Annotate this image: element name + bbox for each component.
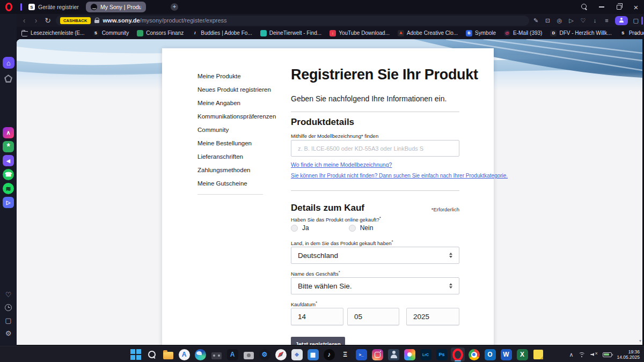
tray-clock[interactable]: 19:36 14.05.2025 [617,349,640,360]
word-icon[interactable]: W [499,348,513,361]
cashback-badge[interactable]: CASHBACK [60,17,91,24]
close-button[interactable]: × [631,2,641,12]
favorite-icon[interactable]: ♡ [580,16,587,25]
country-select[interactable]: Deutschland [291,247,459,264]
sidebar-home-button[interactable]: ⌂ [3,57,14,69]
windows-start-icon[interactable] [129,348,143,361]
bookmark-consors-finanz[interactable]: Consors Finanz [137,30,184,36]
history-clock-icon[interactable] [3,302,14,312]
outlook-icon[interactable]: O [483,348,497,361]
chrome-search-icon[interactable] [580,2,589,12]
purchase-month-input[interactable]: 05 [347,308,399,326]
restore-button[interactable] [614,2,624,12]
bookmark-buddies-adobe[interactable]: / Buddies | Adobe Fo... [192,30,252,36]
minimize-button[interactable] [597,2,606,12]
purchase-year-input[interactable]: 2025 [406,308,459,326]
extensions-box-icon[interactable]: ▢ [3,315,14,325]
target-icon[interactable]: ◎ [556,16,563,25]
side-nav-link[interactable]: Neues Produkt registrieren [197,83,289,97]
find-model-link[interactable]: Wo finde ich meine Modellbezeichnung? [291,161,392,168]
volume-muted-icon[interactable] [590,352,598,357]
side-nav-link[interactable]: Kommunikationspräferenzen [197,110,289,123]
sidebar-speeddial-icon[interactable] [4,75,12,83]
bookmark-youtube-download[interactable]: ↓ YouTube Download... [330,30,390,36]
battery-icon[interactable] [603,352,612,357]
camera-app-icon[interactable] [241,348,255,361]
bookmarks-overflow-chevron[interactable]: » [634,30,638,36]
bookmark-symbole[interactable]: B Symbole [466,30,496,36]
photoshop-icon[interactable]: Ps [435,348,449,361]
edge-icon[interactable] [193,348,207,361]
sticky-notes-icon[interactable] [531,348,545,361]
store-select[interactable]: Bitte wählen Sie. [291,277,459,294]
side-nav-link[interactable]: Zahlungsmethoden [197,164,289,177]
tab-my-sony[interactable]: My Sony | Produkt registri [86,2,146,12]
side-nav-link[interactable]: Meine Gutscheine [197,177,289,190]
menu-icon[interactable]: ≡ [603,16,610,25]
profile-icon[interactable] [615,16,628,25]
bookmark-email[interactable]: @ E-Mail (393) [504,30,542,36]
circle-a-app-icon[interactable]: A [177,348,191,361]
side-nav-link[interactable]: Community [197,123,289,137]
flower-app-icon[interactable]: * [3,141,14,152]
scanner-app-icon[interactable]: A [225,348,239,361]
aria-app-icon[interactable]: ∧ [3,127,14,138]
spotify-icon[interactable]: ≋ [3,183,14,194]
radio-yes[interactable] [291,225,298,232]
purchase-day-input[interactable]: 14 [291,308,343,326]
sidebar-toggle-bar[interactable] [641,17,643,25]
scrollbar-down-arrow[interactable]: ▾ [639,338,641,343]
chrome-icon[interactable] [467,348,481,361]
instagram-icon[interactable] [370,348,384,361]
register-now-button[interactable]: Jetzt registrieren [291,337,345,345]
bookmark-community[interactable]: S Community [93,30,129,36]
windows-search-icon[interactable] [145,348,159,361]
side-nav-link[interactable]: Meine Bestellungen [197,137,289,150]
new-tab-button[interactable]: + [171,3,178,11]
chat-app-icon[interactable]: ◀ [3,155,14,166]
snapshot-icon[interactable]: ⊡ [544,16,551,25]
model-search-input[interactable] [291,140,459,157]
bookmark-product-testers[interactable]: S Product Testers [620,30,644,36]
product-not-found-link[interactable]: Sie können Ihr Produkt nicht finden? Dan… [291,173,508,179]
share-icon[interactable]: ✎ [532,16,539,25]
settings-gear-icon[interactable]: ⚙ [3,328,14,338]
lightroom-icon[interactable]: LrC [419,348,433,361]
forward-button[interactable]: › [30,16,42,25]
media-deck-app-icon[interactable] [209,348,223,361]
extension-cube-icon[interactable]: ▢ [633,17,639,24]
send-app-icon[interactable]: ▷ [3,197,14,208]
tiktok-icon[interactable]: ♪ [322,348,336,361]
tab-geraete-registrierung[interactable]: S Geräte registrierung - Son [24,2,84,12]
send-icon[interactable]: ▷ [568,16,575,25]
opera-taskbar-icon[interactable] [451,348,465,361]
opera-menu-button[interactable] [4,2,13,12]
bookmark-dfv[interactable]: D DFV - Herzlich Willk... [550,30,611,36]
photos-app-icon[interactable] [402,348,416,361]
bookmark-lesezeichenleiste[interactable]: Lesezeichenleiste (E... [21,30,85,36]
lock-icon[interactable] [94,18,99,23]
download-icon[interactable]: ↓ [591,16,598,25]
powershell-icon[interactable]: >_ [354,348,368,361]
side-nav-link[interactable]: Meine Angaben [197,97,289,110]
favorites-heart-icon[interactable]: ♡ [3,290,14,299]
side-nav-link[interactable]: Meine Produkte [197,70,289,83]
contacts-app-icon[interactable] [386,348,400,361]
back-button[interactable]: ‹ [18,16,30,25]
side-nav-link[interactable]: Lieferanschriften [197,150,289,164]
excel-icon[interactable]: X [515,348,529,361]
gallery-app-icon[interactable]: ❖ [290,348,304,361]
file-explorer-icon[interactable] [161,348,175,361]
whatsapp-icon[interactable]: ☎ [3,169,14,180]
capcut-icon[interactable]: Ξ [338,348,352,361]
reload-button[interactable]: ↻ [42,16,54,25]
tray-chevron-up-icon[interactable]: ∧ [569,351,573,358]
bookmark-adobe-cc[interactable]: A Adobe Creative Clo... [398,30,458,36]
bookmark-deinetierwelt[interactable]: DeineTierwelt - Find... [260,30,321,36]
url-field[interactable]: CASHBACK www.sony.de/mysony/product/regi… [56,16,529,26]
compass-app-icon[interactable] [274,348,288,361]
blue-gear-app-icon[interactable]: ⚙ [258,348,272,361]
wifi-icon[interactable] [578,352,586,358]
radio-no[interactable] [349,225,356,232]
calculator-icon[interactable]: ▦ [306,348,320,361]
